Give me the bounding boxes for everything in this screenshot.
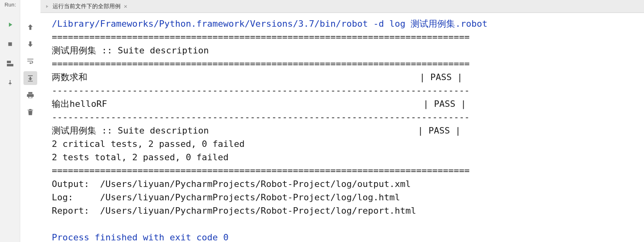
console-line: 测试用例集 :: Suite description | PASS | <box>52 125 461 136</box>
print-button[interactable] <box>23 88 37 102</box>
run-panel-label: Run: <box>4 2 16 8</box>
arrow-up-icon <box>26 23 34 31</box>
run-config-tab[interactable]: 运行当前文件下的全部用例 × <box>40 0 132 13</box>
main-area: 运行当前文件下的全部用例 × /Library/Frameworks/Pytho… <box>40 0 644 242</box>
console-line: ----------------------------------------… <box>52 112 470 122</box>
console-line: 2 critical tests, 2 passed, 0 failed <box>52 139 245 149</box>
console-line: Log: /Users/liyuan/PycharmProjects/Robot… <box>52 192 400 202</box>
rerun-button[interactable] <box>4 19 16 30</box>
console-line: 测试用例集 :: Suite description <box>52 45 209 55</box>
console-line: ----------------------------------------… <box>52 85 470 96</box>
run-gutter: Run: <box>0 0 20 242</box>
stop-button[interactable] <box>4 38 16 50</box>
console-output[interactable]: /Library/Frameworks/Python.framework/Ver… <box>40 13 644 242</box>
console-command: /Library/Frameworks/Python.framework/Ver… <box>52 19 487 29</box>
soft-wrap-button[interactable] <box>23 54 37 68</box>
svg-rect-0 <box>8 42 12 46</box>
trash-icon <box>26 108 34 116</box>
print-icon <box>26 91 34 99</box>
console-line: 两数求和 | PASS | <box>52 72 462 82</box>
console-line: ========================================… <box>52 32 470 42</box>
up-button[interactable] <box>23 20 37 34</box>
console-toolbar <box>20 0 40 242</box>
tab-play-icon <box>44 4 49 9</box>
console-exit-line: Process finished with exit code 0 <box>52 232 229 242</box>
arrow-down-icon <box>26 40 34 48</box>
layout-button[interactable] <box>4 58 16 69</box>
scroll-to-end-button[interactable] <box>23 71 37 85</box>
console-line: 2 tests total, 2 passed, 0 failed <box>52 152 229 162</box>
play-icon <box>6 21 14 28</box>
tab-bar: 运行当前文件下的全部用例 × <box>40 0 644 13</box>
console-line: Report: /Users/liyuan/PycharmProjects/Ro… <box>52 206 416 216</box>
scroll-to-end-icon <box>26 74 34 82</box>
close-tab-icon[interactable]: × <box>124 3 127 9</box>
console-line: ========================================… <box>52 59 470 69</box>
console-line: Output: /Users/liyuan/PycharmProjects/Ro… <box>52 179 411 189</box>
soft-wrap-icon <box>26 57 34 65</box>
stop-icon <box>6 40 14 48</box>
clear-button[interactable] <box>23 105 37 119</box>
console-line: 输出helloRF | PASS | <box>52 99 466 109</box>
tab-title: 运行当前文件下的全部用例 <box>53 3 121 10</box>
pin-button[interactable] <box>4 77 16 89</box>
layout-icon <box>7 61 13 66</box>
console-line: ========================================… <box>52 166 470 176</box>
pin-icon <box>6 79 14 87</box>
down-button[interactable] <box>23 37 37 51</box>
